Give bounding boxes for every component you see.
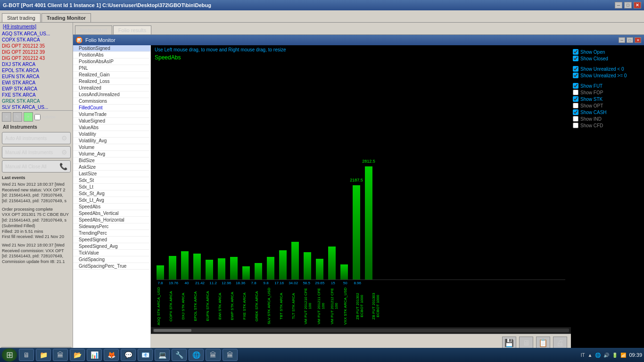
field-item-sdx-st-avg[interactable]: Sdx_St_Avg (73, 190, 150, 197)
bar (218, 258, 225, 280)
instruments-count[interactable]: [49 instruments] (0, 23, 73, 31)
field-item-position-signed[interactable]: PositionSigned (73, 45, 150, 52)
tab-folio-results[interactable]: Folio results (113, 25, 151, 34)
taskbar-app-13[interactable]: 🏛 (223, 349, 238, 361)
list-item[interactable]: SLV STK ARCA_US... (0, 104, 73, 110)
tab-trading-monitor[interactable]: Trading Monitor (41, 13, 91, 22)
list-item[interactable]: DXJ STK ARCA (0, 61, 73, 67)
field-item-speed-signed-avg[interactable]: SpeedSigned_Avg (73, 243, 150, 250)
minimize-button[interactable]: ─ (615, 2, 622, 8)
bar-group (340, 264, 348, 280)
start-button[interactable]: ⊞ (2, 348, 17, 362)
field-item-volume[interactable]: Volume (73, 144, 150, 151)
field-item-volatility[interactable]: Volatility (73, 131, 150, 138)
add-icon[interactable]: + (24, 112, 33, 122)
list-item[interactable]: DIG OPT 201212 39 (0, 49, 73, 55)
auto-all-instruments-button[interactable]: Auto All instruments ⚙ (2, 132, 71, 144)
field-item-filled-count[interactable]: FilledCount (73, 105, 150, 111)
taskbar-app-7[interactable]: 💬 (121, 349, 136, 361)
field-item-value-signed[interactable]: ValueSigned (73, 118, 150, 124)
show-fop-option[interactable]: Show FOP (573, 90, 642, 95)
taskbar-app-6[interactable]: 🦊 (104, 349, 119, 361)
field-item-unrealized[interactable]: Unrealized (73, 85, 150, 91)
taskbar-app-12[interactable]: 🏛 (206, 349, 221, 361)
field-item-position-abs-asip[interactable]: PositionAbsAsIP (73, 58, 150, 65)
list-item[interactable]: EUFN STK ARCA (0, 74, 73, 80)
field-list[interactable]: PositionSigned PositionAbs PositionAbsAs… (73, 45, 151, 352)
field-item-realized-loss[interactable]: Realized_Loss (73, 78, 150, 85)
manual-all-close-all-button[interactable]: Manual All Close All 📞 (2, 160, 71, 173)
field-item-value-abs[interactable]: ValueAbs (73, 124, 150, 131)
field-item-speed-signed[interactable]: SpeedSigned (73, 237, 150, 243)
field-item-speed-abs-vertical[interactable]: SpeedAbs_Vertical (73, 210, 150, 217)
field-item-sdx-lt[interactable]: Sdx_Lt (73, 184, 150, 190)
field-item-commissions[interactable]: Commissions (73, 98, 150, 105)
field-item-grid-spacing[interactable]: GridSpacing (73, 256, 150, 263)
event-entry: Wed 21 Nov 2012 18:00:37 [Wed Received c… (2, 243, 71, 265)
chart-scrollbar[interactable] (151, 327, 571, 334)
delete-icon[interactable]: ✕ (2, 112, 11, 122)
field-item-grid-spacing-perc[interactable]: GridSpacingPerc_True (73, 263, 150, 270)
taskbar-app-3[interactable]: 🏛 (53, 349, 68, 361)
field-item-sideways-perc[interactable]: SidewaysPerc (73, 223, 150, 230)
options-spacer-1 (573, 62, 642, 65)
field-item-volume-avg[interactable]: Volume_Avg (73, 151, 150, 157)
list-item[interactable]: FXE STK ARCA (0, 92, 73, 98)
list-item[interactable]: GREK STK ARCA (0, 98, 73, 104)
taskbar-volume-icon: 🔊 (603, 353, 609, 358)
show-open-option[interactable]: Show Open (573, 49, 642, 55)
field-item-volatility-avg[interactable]: Volatility_Avg (73, 138, 150, 144)
folio-close-button[interactable]: ✕ (635, 37, 641, 43)
taskbar-apps: 🖥 📁 🏛 📂 📊 🦊 💬 📧 💻 🔧 🌐 🏛 🏛 (19, 349, 238, 361)
taskbar-app-4[interactable]: 📂 (70, 349, 85, 361)
bar (181, 251, 189, 280)
taskbar-app-11[interactable]: 🌐 (189, 349, 204, 361)
field-item-loss-unrealized[interactable]: LossAndUnrealized (73, 91, 150, 98)
list-item[interactable]: DIG OPT 201212 43 (0, 55, 73, 61)
field-item-pnl[interactable]: PNL (73, 65, 150, 72)
field-item-trending-perc[interactable]: TrendingPerc (73, 230, 150, 237)
tab-start-trading[interactable]: Start trading (2, 13, 41, 22)
list-item[interactable]: DIG OPT 201212 35 (0, 43, 73, 49)
show-closed-option[interactable]: Show Closed (573, 56, 642, 61)
list-item[interactable]: EPOL STK ARCA (0, 67, 73, 74)
list-item[interactable]: EWP STK ARCA (0, 86, 73, 92)
field-item-sdx-lt-avg[interactable]: Sdx_Lt_Avg (73, 197, 150, 204)
show-ind-option[interactable]: Show IND (573, 116, 642, 122)
field-item-bid-size[interactable]: BidSize (73, 157, 150, 164)
show-stk-option[interactable]: Show STK (573, 96, 642, 102)
show-cash-option[interactable]: Show CASH (573, 109, 642, 115)
field-item-position-abs[interactable]: PositionAbs (73, 52, 150, 58)
taskbar-app-5[interactable]: 📊 (87, 349, 102, 361)
taskbar-app-10[interactable]: 🔧 (172, 349, 187, 361)
taskbar-app-1[interactable]: 🖥 (19, 349, 34, 361)
field-item-tick-value[interactable]: TickValue (73, 250, 150, 256)
field-item-sdx-st[interactable]: Sdx_St (73, 177, 150, 184)
field-item-realized-gain[interactable]: Realized_Gain (73, 72, 150, 78)
field-item-speed-abs[interactable]: SpeedAbs (73, 204, 150, 210)
folio-maximize-button[interactable]: □ (627, 37, 633, 43)
manual-all-instruments-button[interactable]: Manual All Instruments ⚙ (2, 146, 71, 158)
edit-icon[interactable]: ✎ (13, 112, 22, 122)
show-unrealized-lt0-option[interactable]: Show Unrealized < 0 (573, 66, 642, 72)
list-item[interactable]: AGQ STK ARCA_US... (0, 31, 73, 37)
taskbar-app-9[interactable]: 💻 (155, 349, 170, 361)
field-item-volume-traded[interactable]: VolumeTrade (73, 111, 150, 118)
show-cfd-option[interactable]: Show CFD (573, 123, 642, 128)
field-item-last-size[interactable]: LastSize (73, 171, 150, 177)
show-unrealized-gte0-option[interactable]: Show Unrealized >= 0 (573, 73, 642, 78)
taskbar-app-2[interactable]: 📁 (36, 349, 51, 361)
show-fut-option[interactable]: Show FUT (573, 83, 642, 89)
close-button[interactable]: ✕ (634, 2, 641, 8)
field-item-ask-size[interactable]: AskSize (73, 164, 150, 171)
folio-minimize-button[interactable]: ─ (619, 37, 625, 43)
autoswitch-checkbox[interactable] (34, 114, 41, 120)
tab-instrument[interactable]: Instrument (75, 25, 112, 34)
list-item[interactable]: EWI STK ARCA (0, 80, 73, 86)
maximize-button[interactable]: □ (624, 2, 632, 8)
taskbar-app-8[interactable]: 📧 (138, 349, 153, 361)
show-opt-option[interactable]: Show OPT (573, 103, 642, 108)
list-item[interactable]: COPX STK ARCA (0, 37, 73, 43)
autoswitch-toggle[interactable]: Autosw (34, 114, 56, 120)
field-item-speed-abs-horizontal[interactable]: SpeedAbs_Horizontal (73, 217, 150, 223)
